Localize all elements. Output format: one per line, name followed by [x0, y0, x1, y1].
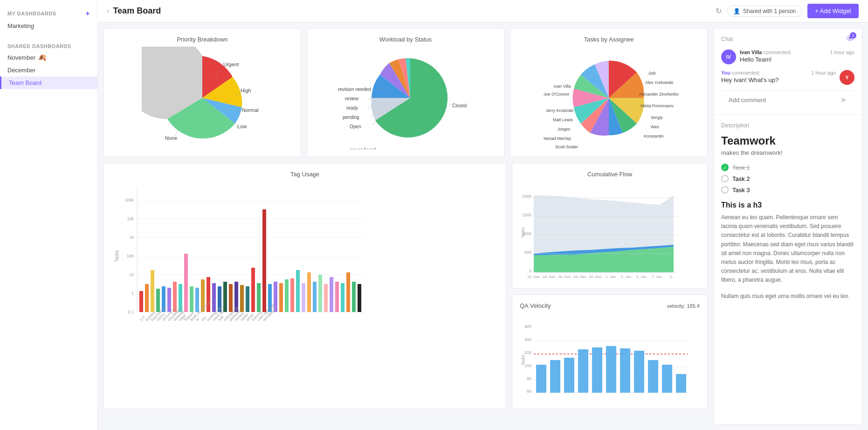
svg-rect-161: [620, 348, 630, 393]
task3-check[interactable]: [721, 186, 729, 194]
svg-text:300: 300: [524, 337, 531, 342]
svg-rect-55: [139, 291, 143, 312]
svg-text:3. Jan: 3. Jan: [621, 275, 631, 279]
svg-text:revision needed: revision needed: [338, 87, 371, 92]
task3-label: Task 3: [732, 187, 750, 194]
svg-text:Open: Open: [350, 124, 361, 129]
task-item-2: Task 2: [721, 175, 854, 182]
task2-check[interactable]: [721, 175, 729, 182]
assignee-card: Tasks by Assignee: [510, 28, 708, 157]
add-dashboard-icon[interactable]: +: [85, 9, 90, 18]
qa-velocity-title: QA Velocity: [520, 302, 551, 309]
svg-rect-75: [251, 268, 255, 312]
priority-breakdown-title: Priority Breakdown: [111, 36, 293, 43]
svg-rect-73: [240, 285, 244, 312]
svg-text:Matt Lewis: Matt Lewis: [553, 118, 573, 122]
sidebar-item-december[interactable]: December: [0, 64, 97, 76]
svg-rect-162: [634, 351, 644, 393]
task1-check[interactable]: ✓: [721, 164, 729, 171]
november-emoji: 🍂: [38, 54, 46, 61]
task-item-1: ✓ Task 1: [721, 164, 854, 171]
qa-velocity-chart: 60 80 100 200 300 400 Tasks: [520, 311, 702, 400]
description-h3: This is a h3: [721, 201, 854, 209]
ivan-comment-meta: commented:: [764, 49, 792, 55]
svg-text:30. Dec: 30. Dec: [589, 275, 602, 279]
svg-rect-80: [279, 283, 283, 312]
sidebar-item-marketing[interactable]: Marketing: [0, 20, 97, 32]
svg-rect-68: [212, 283, 216, 312]
description-subheading: makes the dreamwork!: [721, 149, 854, 156]
task1-label: Task 1: [732, 164, 750, 171]
svg-text:1500: 1500: [522, 213, 531, 217]
collapse-button[interactable]: ‹: [107, 7, 109, 14]
svg-rect-92: [346, 272, 350, 312]
workload-pie-container: revision needed review ready pending Ope…: [315, 47, 496, 149]
svg-rect-158: [578, 349, 588, 393]
qa-velocity-card: QA Velocity velocity: 185.4 60 80 100 20…: [512, 294, 708, 409]
description-body1: Aenean eu leo quam. Pellentesque ornare …: [721, 213, 854, 285]
priority-breakdown-card: Priority Breakdown: [103, 28, 301, 157]
main-content: ‹ Team Board ↻ 👤 Shared with 1 person + …: [98, 0, 868, 430]
shared-dashboards-section: SHARED DASHBOARDS: [0, 40, 97, 51]
you-comment-meta: commented:: [732, 70, 760, 76]
svg-text:pending: pending: [343, 115, 359, 120]
ivan-avatar: IV: [721, 49, 736, 64]
svg-text:26. Dec: 26. Dec: [558, 275, 571, 279]
svg-text:Tasks: Tasks: [521, 354, 525, 366]
svg-text:Tasks: Tasks: [114, 250, 119, 262]
right-panel: Chat 👁 2 IV Ivan Villa commented: 1 hour…: [713, 28, 862, 424]
svg-rect-87: [318, 275, 322, 312]
svg-rect-157: [564, 358, 574, 393]
send-icon[interactable]: ➤: [840, 95, 847, 105]
top-row-charts: Priority Breakdown: [103, 28, 708, 157]
svg-text:Nenad Merćep: Nenad Merćep: [544, 136, 571, 141]
svg-rect-83: [296, 270, 300, 312]
ivan-message: Hello Team!: [740, 56, 854, 63]
svg-rect-76: [257, 283, 261, 312]
svg-rect-57: [151, 270, 154, 312]
description-heading: Teamwork: [721, 134, 854, 147]
svg-rect-77: [262, 209, 266, 312]
shared-button[interactable]: 👤 Shared with 1 person: [727, 6, 802, 17]
svg-text:Urgent: Urgent: [223, 62, 239, 67]
user-icon: 👤: [733, 8, 740, 14]
chat-message-you: You commented: 1 hour ago Hey Ivan! What…: [721, 70, 854, 85]
svg-text:Alexander Zinchenko: Alexander Zinchenko: [639, 92, 679, 97]
page-title: ‹ Team Board: [107, 6, 161, 16]
task2-label: Task 2: [732, 175, 750, 182]
svg-rect-159: [592, 347, 602, 393]
svg-text:Wes: Wes: [651, 125, 659, 129]
left-panels: Priority Breakdown: [103, 28, 708, 424]
eyes-count: 2: [850, 32, 856, 39]
chat-input-area: ➤: [721, 90, 854, 109]
svg-rect-81: [285, 279, 289, 312]
svg-text:22. Dec: 22. Dec: [527, 275, 540, 279]
sidebar-item-november[interactable]: November 🍂: [0, 51, 97, 64]
workload-title: Workload by Status: [315, 36, 496, 43]
sidebar-item-team-board[interactable]: Team Board: [0, 76, 97, 89]
svg-rect-56: [145, 284, 149, 312]
assignee-pie-chart: Ivan Villa Joe O'Connor Jerry Krusinski …: [530, 47, 688, 149]
svg-text:400: 400: [524, 324, 531, 329]
svg-rect-88: [324, 284, 328, 312]
svg-rect-86: [313, 282, 317, 312]
svg-text:200: 200: [524, 350, 531, 355]
svg-rect-89: [330, 277, 333, 312]
tag-usage-title: Tag Usage: [111, 171, 498, 178]
svg-text:24. Dec: 24. Dec: [543, 275, 556, 279]
refresh-button[interactable]: ↻: [716, 7, 722, 15]
svg-line-17: [370, 114, 374, 118]
chat-input[interactable]: [729, 97, 836, 104]
svg-text:Zeb: Zeb: [648, 71, 656, 76]
add-widget-button[interactable]: + Add Widget: [807, 4, 859, 18]
ivan-meta: Ivan Villa commented: 1 hour ago: [740, 49, 854, 55]
svg-rect-160: [606, 346, 616, 393]
svg-rect-91: [341, 283, 344, 312]
svg-text:1k: 1k: [129, 235, 134, 240]
my-dashboards-section: MY DASHBOARDS +: [0, 6, 97, 20]
svg-text:100k: 100k: [124, 198, 134, 202]
you-message: Hey Ivan! What's up?: [721, 76, 836, 83]
svg-text:High: High: [241, 88, 251, 93]
svg-text:Jorgen: Jorgen: [558, 127, 571, 132]
svg-rect-84: [302, 283, 305, 312]
